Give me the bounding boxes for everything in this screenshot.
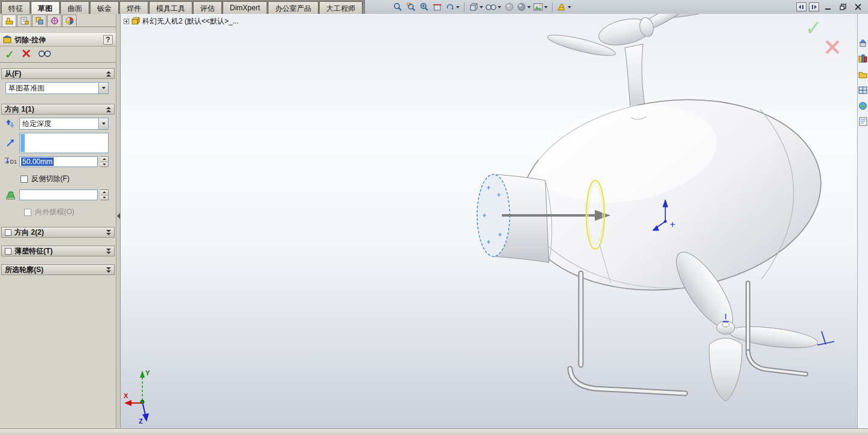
spin-down-icon[interactable] bbox=[100, 162, 108, 167]
restore-button[interactable] bbox=[837, 2, 849, 12]
depth-spinner[interactable] bbox=[100, 156, 109, 167]
propertymanager-tab-icon[interactable] bbox=[17, 14, 31, 27]
chevron-down-icon[interactable] bbox=[106, 249, 111, 254]
chevron-up-icon[interactable] bbox=[106, 107, 111, 112]
design-library-icon[interactable] bbox=[858, 54, 868, 63]
tab-features[interactable]: 特征 bbox=[1, 1, 30, 14]
flip-side-checkbox[interactable] bbox=[21, 176, 28, 183]
file-explorer-icon[interactable] bbox=[858, 69, 868, 79]
confirm-cancel-icon[interactable] bbox=[825, 39, 840, 55]
tab-office-products[interactable]: 办公室产品 bbox=[268, 1, 318, 14]
dropdown-caret-icon[interactable] bbox=[568, 6, 571, 8]
doc-prev-icon[interactable] bbox=[796, 2, 806, 11]
hide-show-items-icon[interactable] bbox=[503, 1, 515, 13]
drone-model[interactable] bbox=[121, 14, 857, 428]
custom-properties-icon[interactable] bbox=[858, 116, 868, 126]
zoom-fit-icon[interactable] bbox=[391, 1, 404, 13]
doc-next-icon[interactable] bbox=[809, 2, 819, 11]
solidworks-resources-icon[interactable] bbox=[858, 38, 868, 48]
tab-surfaces[interactable]: 曲面 bbox=[60, 1, 89, 14]
section-thin-feature[interactable]: 薄壁特征(T) bbox=[1, 246, 115, 256]
dropdown-arrow-icon[interactable] bbox=[98, 118, 108, 129]
display-style-icon[interactable] bbox=[485, 1, 502, 13]
zoom-area-icon[interactable] bbox=[405, 1, 417, 13]
tab-sketch[interactable]: 草图 bbox=[31, 1, 60, 14]
configurationmanager-tab-icon[interactable] bbox=[32, 14, 46, 27]
dropdown-caret-icon[interactable] bbox=[456, 6, 460, 8]
dropdown-arrow-icon[interactable] bbox=[98, 83, 108, 94]
direction-reference-box[interactable] bbox=[19, 133, 109, 153]
depth-value: 50.00mm bbox=[21, 157, 54, 166]
spin-up-icon[interactable] bbox=[100, 190, 108, 195]
draft-icon[interactable] bbox=[4, 190, 17, 200]
splitter-collapse-icon[interactable] bbox=[117, 213, 120, 219]
rotate-view-icon[interactable] bbox=[445, 1, 460, 13]
spin-down-icon[interactable] bbox=[100, 195, 108, 200]
cancel-button[interactable] bbox=[22, 49, 31, 60]
minimize-button[interactable] bbox=[822, 2, 834, 12]
task-pane-strip bbox=[857, 14, 868, 428]
view-heads-up-toolbar bbox=[365, 0, 793, 14]
confirm-ok-icon[interactable]: ✓ bbox=[805, 17, 823, 38]
front-nacelle[interactable] bbox=[477, 174, 552, 262]
tab-weldments[interactable]: 焊件 bbox=[119, 1, 148, 14]
toolbar-separator bbox=[464, 2, 464, 12]
view-palette-icon[interactable] bbox=[858, 85, 868, 95]
tree-expand-icon[interactable] bbox=[124, 19, 129, 24]
property-manager-title-bar: 切除-拉伸 ? bbox=[0, 33, 116, 46]
section-from[interactable]: 从(F) bbox=[1, 68, 115, 79]
section-selected-contours-label: 所选轮廓(S) bbox=[5, 265, 43, 275]
tab-custom[interactable]: 大工程师 bbox=[319, 1, 363, 14]
dropdown-caret-icon[interactable] bbox=[498, 6, 501, 8]
view-settings-icon[interactable] bbox=[556, 1, 572, 13]
section-selected-contours[interactable]: 所选轮廓(S) bbox=[1, 264, 115, 275]
apply-scene-icon[interactable] bbox=[533, 1, 548, 13]
feature-tree-root-label[interactable]: 科幻无人机2 (默认<<默认>_... bbox=[142, 16, 239, 27]
from-condition-select[interactable]: 草图基准面 bbox=[5, 82, 109, 94]
displaymanager-tab-icon[interactable] bbox=[62, 14, 77, 27]
direction2-checkbox[interactable] bbox=[5, 229, 11, 236]
zoom-in-out-icon[interactable] bbox=[418, 1, 430, 13]
draft-angle-input[interactable] bbox=[19, 189, 98, 200]
featuremanager-tab-icon[interactable] bbox=[2, 14, 16, 27]
thin-feature-checkbox[interactable] bbox=[5, 248, 11, 255]
depth-icon-label: D1 bbox=[10, 159, 17, 165]
status-bar bbox=[0, 428, 868, 435]
chevron-down-icon[interactable] bbox=[106, 230, 111, 235]
edit-appearance-icon[interactable] bbox=[516, 1, 531, 13]
draft-spinner[interactable] bbox=[100, 189, 109, 200]
tab-dimxpert[interactable]: DimXpert bbox=[223, 1, 267, 14]
section-thin-feature-label: 薄壁特征(T) bbox=[14, 246, 52, 256]
dropdown-caret-icon[interactable] bbox=[527, 6, 531, 8]
drone-body[interactable] bbox=[510, 83, 832, 307]
chevron-down-icon[interactable] bbox=[106, 267, 111, 273]
window-controls bbox=[793, 0, 868, 14]
section-direction1[interactable]: 方向 1(1) bbox=[1, 104, 115, 115]
tab-mold-tools[interactable]: 模具工具 bbox=[149, 1, 192, 14]
section-view-icon[interactable] bbox=[431, 1, 443, 13]
graphics-viewport[interactable]: 科幻无人机2 (默认<<默认>_... ✓ Y X Z bbox=[121, 14, 857, 428]
detailed-preview-icon[interactable] bbox=[38, 49, 51, 59]
close-button[interactable] bbox=[852, 2, 864, 12]
dropdown-caret-icon[interactable] bbox=[480, 6, 483, 8]
tab-sheet-metal[interactable]: 钣金 bbox=[90, 1, 119, 14]
view-orientation-icon[interactable] bbox=[468, 1, 484, 13]
help-button[interactable]: ? bbox=[103, 35, 113, 45]
section-direction2[interactable]: 方向 2(2) bbox=[1, 227, 115, 238]
dropdown-caret-icon[interactable] bbox=[544, 6, 548, 8]
feature-tree[interactable]: 科幻无人机2 (默认<<默认>_... bbox=[124, 16, 239, 27]
chevron-up-icon[interactable] bbox=[106, 71, 111, 77]
depth-icon: D1 bbox=[4, 157, 17, 167]
dimxpertmanager-tab-icon[interactable] bbox=[47, 14, 62, 27]
draft-outward-label: 向外拔模(O) bbox=[35, 207, 74, 217]
end-condition-select[interactable]: 给定深度 bbox=[19, 118, 109, 130]
section-from-label: 从(F) bbox=[5, 69, 21, 79]
reverse-direction-icon[interactable] bbox=[4, 119, 17, 129]
ok-button[interactable]: ✓ bbox=[5, 49, 14, 60]
page-title: 切除-拉伸 bbox=[14, 35, 46, 45]
spin-up-icon[interactable] bbox=[100, 157, 108, 162]
draft-outward-checkbox[interactable] bbox=[24, 209, 31, 216]
tab-evaluate[interactable]: 评估 bbox=[193, 1, 222, 14]
appearances-icon[interactable] bbox=[858, 101, 868, 110]
depth-input[interactable]: 50.00mm bbox=[19, 156, 98, 167]
